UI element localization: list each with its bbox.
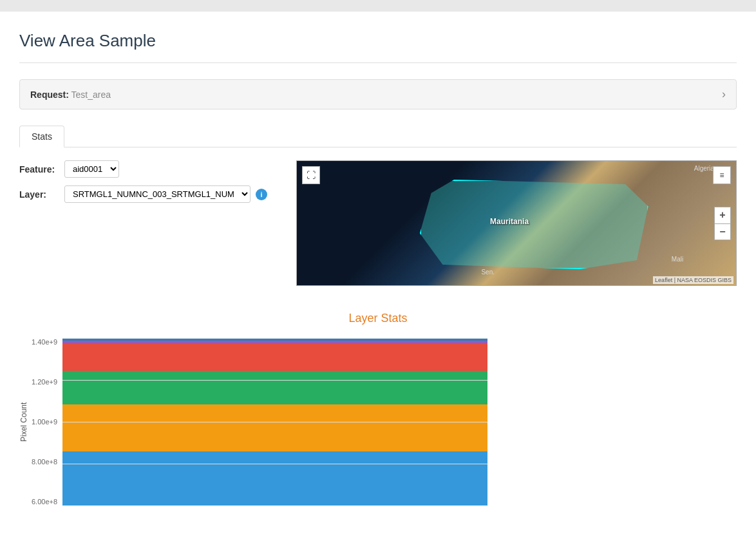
y-axis-title: Pixel Count: [19, 402, 28, 441]
top-bar: [0, 0, 756, 12]
layer-label: Layer:: [19, 189, 64, 200]
y-tick-1: 8.00e+8: [32, 458, 57, 466]
bar-segment-2: [62, 344, 487, 371]
info-icon[interactable]: i: [256, 189, 267, 200]
map-region-overlay: [420, 180, 648, 269]
bar-segment-4: [62, 404, 487, 451]
y-tick-4: 1.40e+9: [32, 338, 57, 346]
page-title: View Area Sample: [19, 31, 737, 63]
page-wrapper: View Area Sample Request: Test_area › St…: [0, 0, 756, 539]
tab-content: Feature: aid0001 Layer: SRTMGL1_NUMNC_00…: [19, 147, 737, 506]
layers-icon: ≡: [719, 171, 724, 180]
feature-label: Feature:: [19, 164, 64, 175]
map-label-sen: Sen.: [481, 269, 495, 276]
y-tick-2: 1.00e+9: [32, 418, 57, 426]
map-zoom-in-button[interactable]: +: [714, 207, 731, 223]
map-container: Mauritania Sen. Mali Algeria ⛶: [296, 160, 737, 286]
y-tick-3: 1.20e+9: [32, 378, 57, 386]
map-background: Mauritania Sen. Mali Algeria ⛶: [297, 161, 736, 285]
request-bar-label: Request: Test_area: [30, 90, 111, 100]
map-controls: ⛶: [302, 166, 320, 184]
grid-line-2: [62, 422, 487, 422]
left-panel: Feature: aid0001 Layer: SRTMGL1_NUMNC_00…: [19, 160, 277, 211]
chart-section: Layer Stats Pixel Count 6.00e+8 8.00e+8 …: [19, 312, 737, 506]
map-layer-button[interactable]: ≡: [713, 166, 731, 184]
layer-row: Layer: SRTMGL1_NUMNC_003_SRTMGL1_NUM i: [19, 185, 277, 203]
map-zoom-out-button[interactable]: −: [714, 223, 731, 240]
layer-select[interactable]: SRTMGL1_NUMNC_003_SRTMGL1_NUM: [64, 185, 250, 203]
grid-line-top: [62, 338, 487, 339]
content-area: View Area Sample Request: Test_area › St…: [0, 12, 756, 531]
bar-segment-3: [62, 371, 487, 404]
chart-wrapper: Pixel Count 6.00e+8 8.00e+8 1.00e+9 1.20…: [19, 338, 737, 506]
tabs-container: Stats Feature: aid0001 Layer: SRTMGL1_NU…: [19, 126, 737, 506]
feature-row: Feature: aid0001: [19, 160, 277, 178]
expand-icon: ⛶: [307, 170, 316, 180]
request-bar-chevron-icon: ›: [722, 88, 726, 101]
grid-line-1: [62, 380, 487, 381]
chart-title: Layer Stats: [19, 312, 737, 325]
y-tick-0: 6.00e+8: [32, 498, 57, 506]
map-expand-button[interactable]: ⛶: [302, 166, 320, 184]
map-label-mali: Mali: [672, 256, 683, 263]
main-row: Feature: aid0001 Layer: SRTMGL1_NUMNC_00…: [19, 160, 737, 286]
tab-stats[interactable]: Stats: [19, 126, 64, 147]
map-label-algeria: Algeria: [694, 165, 714, 172]
request-label-text: Request:: [30, 90, 69, 100]
request-value-text: Test_area: [71, 90, 111, 100]
map-zoom-controls: + −: [714, 207, 731, 240]
map-label-mauritania: Mauritania: [490, 217, 529, 226]
request-bar[interactable]: Request: Test_area ›: [19, 79, 737, 109]
chart-area: [62, 338, 737, 506]
bar-segment-5: [62, 451, 487, 506]
grid-line-3: [62, 464, 487, 464]
map-attribution: Leaflet | NASA EOSDIS GIBS: [653, 276, 733, 284]
feature-select[interactable]: aid0001: [64, 160, 119, 178]
